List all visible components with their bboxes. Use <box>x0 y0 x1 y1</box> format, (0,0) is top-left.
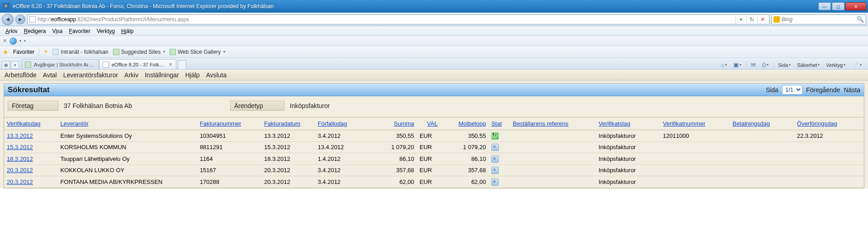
cell-verifikatsdag[interactable]: 20.3.2012 <box>4 176 58 188</box>
appmenu-leverantorsfakturor[interactable]: Leverantörsfakturor <box>63 71 118 79</box>
cmd-feeds[interactable]: ▣▾ <box>731 61 743 69</box>
menu-favoriter[interactable]: Favoriter <box>66 27 93 35</box>
col-overforingsdag[interactable]: Överföringsdag <box>797 120 837 127</box>
cell-stat[interactable] <box>489 153 510 165</box>
cell-fakturanummer: 1164 <box>197 153 261 165</box>
cell-verifikatsdag[interactable]: 18.3.2012 <box>4 153 58 165</box>
cmd-sida[interactable]: Sida▾ <box>776 61 793 69</box>
table-row[interactable]: 20.3.2012KOKKOLAN LUKKO OY1516720.3.2012… <box>4 164 864 176</box>
search-box[interactable]: 🔍 <box>771 14 866 24</box>
tab-list-button[interactable]: ▾ <box>11 61 19 69</box>
close-button[interactable]: ✕ <box>845 2 866 10</box>
menu-hjalp[interactable]: Hjälp <box>118 27 136 35</box>
favlink-suggested[interactable]: Suggested Sites ▾ <box>113 49 165 55</box>
cell-fakturadatum: 20.3.2012 <box>261 176 315 188</box>
favlink-label: Suggested Sites <box>121 49 160 55</box>
appmenu-avtal[interactable]: Avtal <box>43 71 57 79</box>
forward-button[interactable]: ► <box>15 14 25 24</box>
menu-visa[interactable]: Visa <box>49 27 65 35</box>
cell-stat[interactable] <box>489 176 510 188</box>
results-table: Verifikatsdag Leverantör Fakturanummer F… <box>4 117 864 188</box>
favlink-intranat[interactable]: Intranät - folkhalsan <box>52 49 108 55</box>
help-icon: ❔ <box>852 61 859 68</box>
filter-row: Företag 37 Folkhälsan Botnia Ab Ärendety… <box>4 96 864 117</box>
col-summa[interactable]: Summa <box>394 120 414 127</box>
cell-overforingsdag <box>794 176 864 188</box>
toolrow-orb-icon[interactable] <box>9 38 17 45</box>
col-stat[interactable]: Stat <box>491 120 502 127</box>
appmenu-avsluta[interactable]: Avsluta <box>206 71 227 79</box>
favlink-icon <box>113 49 119 55</box>
table-row[interactable]: 20.3.2012FONTANA MEDIA AB/KYRKPRESSEN170… <box>4 176 864 188</box>
appmenu-arkiv[interactable]: Arkiv <box>124 71 138 79</box>
table-row[interactable]: 18.3.2012Tsuppari Lähettipalvelu Oy11641… <box>4 153 864 165</box>
favorites-bar: ★ Favoriter ✦ Intranät - folkhalsan Sugg… <box>0 46 868 58</box>
appmenu-installningar[interactable]: Inställningar <box>145 71 179 79</box>
tab-eoffice[interactable]: eOffice 8.20 - 37 Folkhä... ✕ <box>99 59 176 69</box>
table-row[interactable]: 13.3.2012Enter SystemsSolutions Oy103049… <box>4 130 864 142</box>
new-tab-button[interactable] <box>178 60 186 69</box>
menu-verktyg[interactable]: Verktyg <box>94 27 118 35</box>
tab-avgangar[interactable]: Avgångar | Stockholm Arla... <box>22 59 99 69</box>
ie-menubar: Arkiv Redigera Visa Favoriter Verktyg Hj… <box>0 26 868 36</box>
cell-stat[interactable] <box>489 164 510 176</box>
col-verifikatslag[interactable]: Verifikatslag <box>599 120 630 127</box>
address-dropdown-icon[interactable]: ▾ <box>736 15 745 24</box>
col-fakturadatum[interactable]: Fakturadatum <box>264 120 300 127</box>
col-val[interactable]: VAL <box>427 120 438 127</box>
refresh-button[interactable]: ↻ <box>746 15 756 24</box>
address-bar[interactable]: http://eofficeapp:8282/neo/ProductPlatfo… <box>27 14 769 24</box>
filter-foretag-value: 37 Folkhälsan Botnia Ab <box>58 102 230 109</box>
cmd-home[interactable]: ⌂▾ <box>719 61 729 69</box>
cell-leverantor: KOKKOLAN LUKKO OY <box>58 164 197 176</box>
cmd-help[interactable]: ❔▾ <box>850 61 863 69</box>
minimize-button[interactable]: — <box>818 2 831 10</box>
appmenu-hjalp[interactable]: Hjälp <box>185 71 200 79</box>
col-betalningsdag[interactable]: Betalningsdag <box>732 120 769 127</box>
col-verifikatsdag[interactable]: Verifikatsdag <box>7 120 40 127</box>
filter-arendetyp-value: Inköpsfakturor <box>284 102 402 109</box>
col-leverantor[interactable]: Leverantör <box>61 120 89 127</box>
cell-verifikatsdag[interactable]: 13.3.2012 <box>4 130 58 142</box>
chevron-down-icon: ▾ <box>163 50 165 54</box>
favorites-star-icon[interactable]: ★ <box>3 48 9 56</box>
search-input[interactable] <box>782 16 855 23</box>
back-button[interactable]: ◄ <box>2 14 14 25</box>
col-motbelopp[interactable]: Motbelopp <box>458 120 486 127</box>
cmd-verktyg[interactable]: Verktyg▾ <box>824 61 847 69</box>
tab-title: eOffice 8.20 - 37 Folkhä... <box>112 62 166 67</box>
maximize-button[interactable]: ◻ <box>832 2 844 10</box>
toolrow-dropdown-icon[interactable]: ▾ <box>24 39 26 43</box>
cell-stat[interactable] <box>489 141 510 153</box>
table-row[interactable]: 15.3.2012KORSHOLMS KOMMUN881129115.3.201… <box>4 141 864 153</box>
col-verifikatnummer[interactable]: Verifikatnummer <box>663 120 705 127</box>
cell-stat[interactable] <box>489 130 510 142</box>
pager-select[interactable]: 1/1 <box>782 85 802 94</box>
add-favorite-icon[interactable]: ✦ <box>44 49 48 55</box>
favlink-webslice[interactable]: Web Slice Gallery ▾ <box>170 49 225 55</box>
search-button-icon[interactable]: 🔍 <box>857 16 864 23</box>
cell-overforingsdag <box>794 164 864 176</box>
col-fakturanummer[interactable]: Fakturanummer <box>200 120 241 127</box>
menu-redigera[interactable]: Redigera <box>21 27 49 35</box>
cell-verifikatsdag[interactable]: 15.3.2012 <box>4 141 58 153</box>
cell-betalningsdag <box>730 141 794 153</box>
cell-verifikatsdag[interactable]: 20.3.2012 <box>4 164 58 176</box>
stop-button[interactable]: ✕ <box>757 15 767 24</box>
pager-prev[interactable]: Föregående <box>806 86 840 94</box>
tab-close-icon[interactable]: ✕ <box>169 62 172 67</box>
cell-verifikatslag: Inköpsfakturor <box>596 153 660 165</box>
col-forfallodag[interactable]: Förfallodag <box>318 120 347 127</box>
cmd-mail[interactable]: ✉ <box>749 61 758 69</box>
status-icon <box>491 179 499 186</box>
toolrow-close-icon[interactable]: ✕ <box>3 38 7 44</box>
cmd-sakerhet[interactable]: Säkerhet▾ <box>795 61 821 69</box>
appmenu-arbetsflode[interactable]: Arbetsflöde <box>5 71 37 79</box>
pager-next[interactable]: Nästa <box>844 86 860 94</box>
menu-arkiv[interactable]: Arkiv <box>3 27 20 35</box>
status-icon <box>491 167 499 174</box>
quick-tabs-button[interactable]: ▦ <box>2 61 10 69</box>
cmd-print[interactable]: ⎙▾ <box>760 61 770 69</box>
col-bestallarens[interactable]: Beställarens referens <box>513 120 568 127</box>
url-protocol: http:// <box>38 16 51 23</box>
